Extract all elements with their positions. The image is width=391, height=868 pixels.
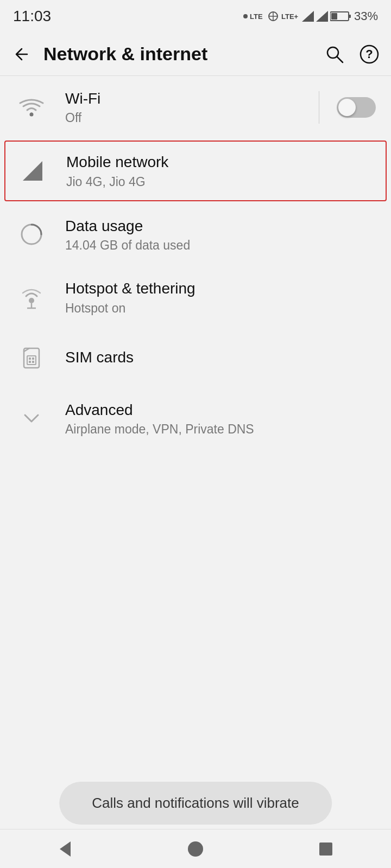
search-button[interactable] <box>321 41 348 67</box>
data-usage-item[interactable]: Data usage 14.04 GB of data used <box>0 203 391 266</box>
status-time: 11:03 <box>13 8 51 25</box>
nav-home-icon <box>187 840 204 858</box>
toast-text: Calls and notifications will vibrate <box>92 795 299 811</box>
wifi-subtitle: Off <box>65 111 310 125</box>
wifi-icon <box>18 97 45 118</box>
hotspot-subtitle: Hotspot on <box>65 301 376 316</box>
svg-rect-28 <box>319 843 332 856</box>
svg-rect-9 <box>331 13 337 20</box>
lte-call-icon: LTE <box>250 10 265 22</box>
svg-rect-22 <box>29 358 31 360</box>
data-usage-subtitle: 14.04 GB of data used <box>65 238 376 253</box>
advanced-content: Advanced Airplane mode, VPN, Private DNS <box>65 400 376 437</box>
battery-icon <box>330 11 352 22</box>
svg-text:LTE: LTE <box>250 12 263 21</box>
mobile-network-item[interactable]: Mobile network Jio 4G, Jio 4G <box>4 141 387 201</box>
wifi-title: Wi-Fi <box>65 89 310 108</box>
advanced-title: Advanced <box>65 400 376 420</box>
svg-marker-6 <box>316 11 328 22</box>
status-icons: LTE LTE+ 33% <box>243 9 378 23</box>
signal-bars-1-icon <box>302 11 314 22</box>
data-usage-icon <box>18 221 45 247</box>
help-button[interactable]: ? <box>356 41 382 67</box>
svg-text:LTE+: LTE+ <box>281 12 299 21</box>
svg-marker-26 <box>60 841 71 857</box>
sim-cards-title: SIM cards <box>65 348 376 367</box>
wifi-toggle-thumb <box>338 99 356 116</box>
mobile-network-subtitle: Jio 4G, Jio 4G <box>66 175 375 189</box>
wifi-divider <box>319 91 319 124</box>
svg-point-27 <box>188 841 203 857</box>
help-icon: ? <box>360 44 379 64</box>
status-dot <box>243 14 248 18</box>
svg-rect-24 <box>29 361 31 363</box>
hotspot-icon <box>18 284 45 310</box>
nav-recent-icon <box>317 840 335 858</box>
app-bar: Network & internet ? <box>0 33 391 76</box>
toast-bar: Calls and notifications will vibrate <box>59 782 332 825</box>
settings-list: Wi-Fi Off Mobile network Jio 4G, Jio 4G <box>0 76 391 450</box>
wifi-item-icon <box>15 91 48 124</box>
svg-rect-8 <box>349 15 351 18</box>
svg-marker-5 <box>302 11 314 22</box>
data-usage-content: Data usage 14.04 GB of data used <box>65 216 376 253</box>
hotspot-content: Hotspot & tethering Hotspot on <box>65 279 376 315</box>
svg-line-11 <box>337 57 343 62</box>
wifi-toggle-switch[interactable] <box>337 97 376 118</box>
svg-point-14 <box>30 112 34 116</box>
hotspot-item[interactable]: Hotspot & tethering Hotspot on <box>0 266 391 328</box>
advanced-item[interactable]: Advanced Airplane mode, VPN, Private DNS <box>0 387 391 450</box>
nav-home-button[interactable] <box>179 833 212 865</box>
svg-rect-21 <box>27 356 36 365</box>
wifi-toggle[interactable] <box>337 97 376 118</box>
sim-icon <box>20 346 43 370</box>
svg-point-10 <box>327 47 338 58</box>
mobile-network-title: Mobile network <box>66 152 375 172</box>
wifi-item-content: Wi-Fi Off <box>65 89 310 125</box>
nav-back-button[interactable] <box>49 833 81 865</box>
wifi-small-icon <box>267 11 279 22</box>
search-icon <box>325 44 344 64</box>
battery-percent: 33% <box>354 9 378 23</box>
advanced-subtitle: Airplane mode, VPN, Private DNS <box>65 422 376 437</box>
data-usage-title: Data usage <box>65 216 376 236</box>
hotspot-icon-wrap <box>15 281 48 314</box>
mobile-network-icon <box>16 155 49 187</box>
svg-marker-15 <box>23 161 42 181</box>
back-arrow-icon <box>13 46 30 63</box>
nav-back-icon <box>55 839 75 859</box>
advanced-icon-wrap <box>15 402 48 435</box>
sim-cards-content: SIM cards <box>65 348 376 367</box>
signal-bars-2-icon <box>316 11 328 22</box>
page-title: Network & internet <box>43 43 313 65</box>
back-button[interactable] <box>9 41 35 67</box>
nav-recent-button[interactable] <box>310 833 342 865</box>
mobile-network-content: Mobile network Jio 4G, Jio 4G <box>66 152 375 189</box>
lte-icon: LTE+ <box>281 10 300 22</box>
wifi-item[interactable]: Wi-Fi Off <box>0 76 391 138</box>
hotspot-title: Hotspot & tethering <box>65 279 376 298</box>
sim-icon-wrap <box>15 342 48 374</box>
chevron-down-icon <box>20 406 43 430</box>
data-usage-icon-wrap <box>15 218 48 251</box>
svg-rect-25 <box>32 361 34 363</box>
sim-cards-item[interactable]: SIM cards <box>0 329 391 387</box>
status-bar: 11:03 LTE LTE+ 33% <box>0 0 391 33</box>
svg-point-17 <box>29 298 34 303</box>
svg-rect-23 <box>32 358 34 360</box>
mobile-signal-icon <box>21 159 45 183</box>
nav-bar <box>0 829 391 868</box>
svg-text:?: ? <box>365 47 373 61</box>
